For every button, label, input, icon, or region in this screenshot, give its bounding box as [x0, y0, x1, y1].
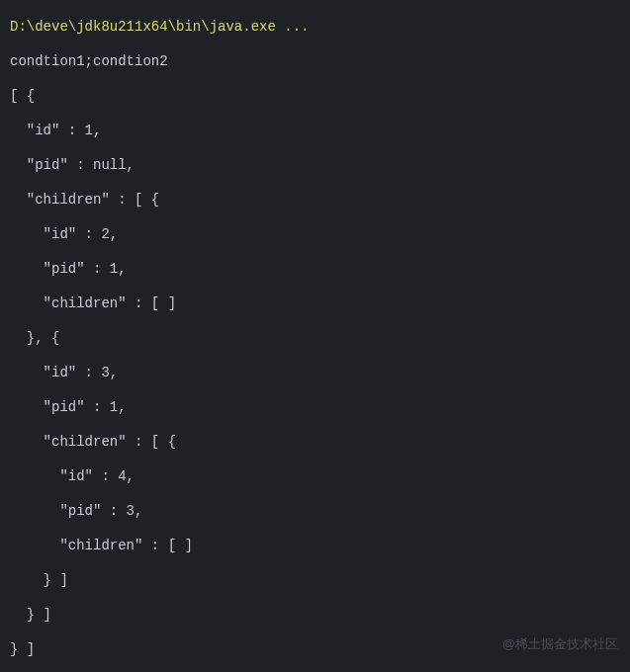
output-line: "id" : 1,	[10, 114, 620, 148]
output-line: "children" : [ {	[10, 183, 620, 217]
command-line: D:\deve\jdk8u211x64\bin\java.exe ...	[10, 10, 620, 44]
output-line: "pid" : 1,	[10, 390, 620, 425]
output-line: } ]	[10, 563, 620, 598]
output-line: "id" : 2,	[10, 217, 620, 252]
output-line: }, {	[10, 321, 620, 356]
output-line: "children" : [ ]	[10, 529, 620, 563]
output-line: "pid" : 1,	[10, 252, 620, 287]
output-line: "id" : 4,	[10, 460, 620, 494]
output-line: [ {	[10, 79, 620, 114]
output-line: "children" : [ ]	[10, 287, 620, 321]
watermark: @稀土掘金技术社区	[502, 629, 618, 661]
output-line: "pid" : 3,	[10, 494, 620, 529]
output-line: "id" : 3,	[10, 356, 620, 390]
output-line-condition: condtion1;condtion2	[10, 44, 620, 79]
output-line: "pid" : null,	[10, 148, 620, 183]
output-line: "children" : [ {	[10, 425, 620, 460]
